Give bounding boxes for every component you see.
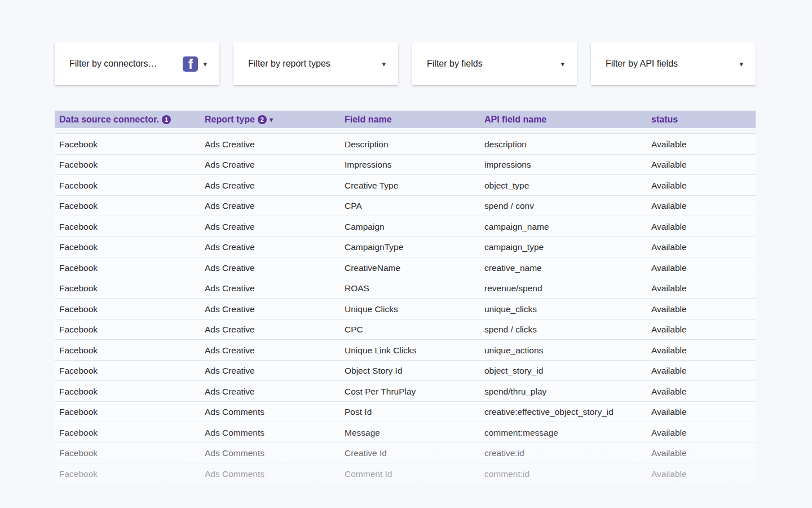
cell-report-type: Ads Creative [200,299,340,319]
chevron-down-icon: ▾ [203,60,207,68]
cell-api-field-name: impressions [480,155,647,175]
cell-api-field-name: unique_clicks [480,299,647,319]
chevron-down-icon: ▾ [739,60,743,68]
cell-report-type: Ads Creative [200,237,340,257]
table-row: Facebook Ads Comments Post Id creative:e… [55,401,756,422]
filter-fields-label: Filter by fields [427,59,561,69]
table-row: Facebook Ads Creative Unique Link Clicks… [55,339,756,360]
table-row: Facebook Ads Creative CPC spend / clicks… [55,319,756,340]
cell-status: Available [647,402,756,422]
cell-connector: Facebook [55,237,200,257]
table-row: Facebook Ads Creative ROAS revenue/spend… [55,278,756,299]
cell-report-type: Ads Creative [200,278,340,299]
cell-api-field-name: comment:id [480,463,647,484]
cell-connector: Facebook [55,134,200,154]
footnote-1-badge-icon: 1 [162,115,171,124]
filter-api-fields-label: Filter by API fields [606,59,739,69]
table-row: Facebook Ads Creative CPA spend / conv A… [55,195,756,216]
cell-api-field-name: comment:message [480,422,647,443]
cell-report-type: Ads Creative [200,257,340,278]
column-header-label: API field name [484,115,546,125]
table-body: Facebook Ads Creative Description descri… [55,133,756,484]
table-row: Facebook Ads Comments Message comment:me… [55,422,756,443]
cell-field-name: CPA [340,196,480,216]
cell-connector: Facebook [55,443,200,463]
table-row: Facebook Ads Creative Object Story Id ob… [55,360,756,381]
cell-status: Available [647,381,756,401]
column-header-label: Data source connector. [59,115,159,125]
cell-field-name: Cost Per ThruPlay [340,381,480,401]
table-row: Facebook Ads Creative CampaignType campa… [55,237,756,257]
cell-field-name: Creative Id [340,443,480,463]
cell-report-type: Ads Creative [200,196,340,216]
cell-field-name: Impressions [340,155,480,175]
cell-field-name: ROAS [340,278,480,299]
column-header-data-source-connector[interactable]: Data source connector.1 [55,115,200,125]
cell-connector: Facebook [55,216,200,237]
cell-report-type: Ads Creative [200,155,340,175]
filter-fields-dropdown[interactable]: Filter by fields ▾ [412,42,577,85]
cell-connector: Facebook [55,463,200,484]
cell-connector: Facebook [55,361,200,381]
cell-field-name: Unique Clicks [340,299,480,319]
cell-api-field-name: spend/thru_play [480,381,647,401]
cell-report-type: Ads Creative [200,319,340,340]
cell-field-name: CampaignType [340,237,480,257]
table-row: Facebook Ads Creative Creative Type obje… [55,174,756,195]
cell-status: Available [647,361,756,381]
cell-connector: Facebook [55,340,200,360]
cell-status: Available [647,319,756,340]
cell-report-type: Ads Comments [200,443,340,463]
column-header-label: Report type [205,115,255,125]
column-header-label: Field name [345,115,392,125]
cell-report-type: Ads Comments [200,422,340,443]
cell-status: Available [647,443,756,463]
cell-field-name: Unique Link Clicks [340,340,480,360]
column-header-api-field-name[interactable]: API field name [480,115,647,125]
cell-connector: Facebook [55,175,200,195]
cell-connector: Facebook [55,155,200,175]
filter-bar: Filter by connectors… f ▾ Filter by repo… [55,42,756,85]
cell-connector: Facebook [55,402,200,422]
cell-field-name: Message [340,422,480,443]
column-header-report-type[interactable]: Report type2▾ [200,115,340,125]
cell-field-name: Object Story Id [340,361,480,381]
cell-api-field-name: unique_actions [480,340,647,360]
table-row: Facebook Ads Comments Creative Id creati… [55,443,756,463]
cell-api-field-name: spend / clicks [480,319,647,340]
column-header-field-name[interactable]: Field name [340,115,480,125]
cell-api-field-name: creative_name [480,257,647,278]
column-header-status[interactable]: status [647,115,756,125]
cell-status: Available [647,196,756,216]
cell-status: Available [647,155,756,175]
cell-status: Available [647,299,756,319]
filter-report-types-label: Filter by report types [248,59,382,69]
cell-api-field-name: object_type [480,175,647,195]
cell-field-name: Description [340,134,480,154]
filter-connectors-dropdown[interactable]: Filter by connectors… f ▾ [55,42,219,85]
footnote-2-badge-icon: 2 [258,115,267,124]
column-header-label: status [651,115,678,125]
cell-connector: Facebook [55,422,200,443]
cell-status: Available [647,237,756,257]
cell-api-field-name: creative:effective_object_story_id [480,402,647,422]
cell-connector: Facebook [55,299,200,319]
cell-status: Available [647,463,756,484]
cell-connector: Facebook [55,278,200,299]
table-row: Facebook Ads Creative Impressions impres… [55,154,756,175]
cell-field-name: Comment Id [340,463,480,484]
table-row: Facebook Ads Creative Cost Per ThruPlay … [55,380,756,401]
cell-api-field-name: revenue/spend [480,278,647,299]
cell-report-type: Ads Creative [200,361,340,381]
filter-api-fields-dropdown[interactable]: Filter by API fields ▾ [591,42,756,85]
chevron-down-icon: ▾ [561,60,564,68]
cell-connector: Facebook [55,381,200,401]
cell-report-type: Ads Creative [200,175,340,195]
facebook-icon: f [183,56,198,72]
cell-field-name: CPC [340,319,480,340]
filter-report-types-dropdown[interactable]: Filter by report types ▾ [233,42,398,85]
cell-api-field-name: spend / conv [480,196,647,216]
sort-descending-icon: ▾ [270,116,273,123]
cell-connector: Facebook [55,196,200,216]
cell-report-type: Ads Creative [200,340,340,360]
